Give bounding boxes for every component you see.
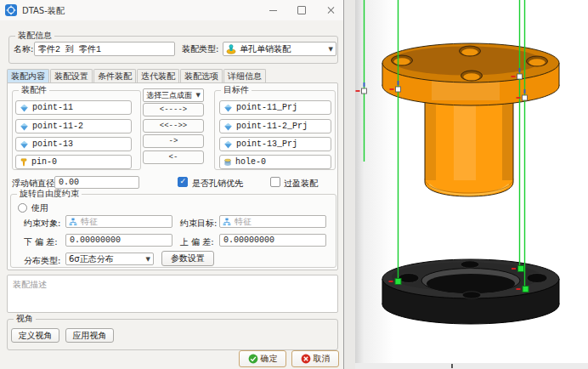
tab-detail-info[interactable]: 详细信息: [223, 69, 266, 83]
lower-deviation-label: 下 偏 差:: [24, 236, 58, 248]
list-item[interactable]: pin-0: [15, 155, 132, 169]
distribution-type-select[interactable]: 6σ正态分布 ▼: [65, 253, 154, 265]
parameter-settings-button[interactable]: 参数设置: [161, 251, 214, 266]
maximize-icon: [297, 6, 306, 14]
flange-hole: [460, 46, 481, 56]
3d-scene-canvas[interactable]: [355, 0, 588, 363]
constraint-target-label: 约束目标:: [180, 218, 217, 230]
list-item[interactable]: point-11: [15, 100, 132, 115]
map-all-button[interactable]: <---->: [143, 103, 204, 116]
ring-hole: [527, 274, 547, 283]
tab-assembly-settings[interactable]: 装配设置: [50, 69, 93, 83]
distribution-type-value: 6σ正态分布: [69, 253, 114, 265]
apply-view-button[interactable]: 应用视角: [65, 328, 114, 343]
strip-tick-mark: [451, 364, 453, 368]
maximize-button[interactable]: [289, 0, 314, 20]
ring-hole: [461, 261, 479, 268]
viewport-bottom-strip: [355, 363, 588, 369]
constraint-object-input[interactable]: 特征: [65, 215, 172, 228]
interference-fit-label: 过盈装配: [284, 178, 318, 190]
ok-button[interactable]: 确定: [239, 350, 286, 367]
tab-iterative-assembly[interactable]: 迭代装配: [137, 69, 179, 83]
feature-tree-icon: [69, 218, 77, 226]
target-parts-group-label: 目标件: [221, 85, 252, 95]
ring-hole: [399, 274, 419, 283]
check-circle-icon: [248, 354, 258, 364]
surface-mode-select[interactable]: 选择三点成面 ▼: [143, 88, 204, 102]
surface-mode-value: 选择三点成面: [146, 90, 192, 101]
chevron-down-icon: ▼: [329, 46, 333, 53]
lower-deviation-input[interactable]: [65, 234, 172, 247]
flange-hole: [527, 56, 548, 66]
move-left-button[interactable]: <-: [143, 150, 204, 164]
point-marker-icon: [223, 104, 233, 112]
chevron-down-icon: ▼: [146, 256, 150, 263]
flange-hole: [392, 55, 413, 65]
point-marker-icon: [223, 122, 233, 131]
name-input[interactable]: [34, 42, 175, 56]
chevron-down-icon: ▼: [196, 92, 201, 99]
hole-icon: [223, 158, 232, 167]
pin-diameter-input[interactable]: [54, 176, 139, 189]
window-title: DTAS-装配: [22, 5, 65, 17]
black-ring-part[interactable]: [382, 259, 559, 324]
assembly-info-group-label: 装配信息: [15, 31, 54, 41]
list-item[interactable]: point-13_Prj: [219, 137, 331, 151]
point-marker-icon: [20, 122, 29, 131]
list-item[interactable]: hole-0: [219, 155, 331, 169]
feature-marker[interactable]: [356, 82, 367, 94]
assembly-type-label: 装配类型:: [182, 43, 218, 55]
hole-pin-priority-checkbox[interactable]: [178, 177, 188, 187]
minimize-button[interactable]: [260, 0, 286, 20]
interference-fit-checkbox[interactable]: [270, 177, 280, 187]
point-marker-icon: [20, 140, 29, 149]
point-marker-icon: [223, 140, 233, 149]
feature-tree-icon: [223, 218, 231, 226]
list-item[interactable]: point-11_Prj: [219, 100, 331, 115]
tab-assembly-content[interactable]: 装配内容: [7, 69, 49, 83]
distribution-type-label: 分布类型:: [24, 255, 60, 267]
assembly-type-value: 单孔单销装配: [240, 43, 291, 55]
unmap-all-button[interactable]: <<-->>: [143, 119, 204, 133]
use-radio-label: 使用: [31, 202, 48, 214]
pin-icon: [20, 158, 28, 167]
upper-deviation-input[interactable]: [219, 234, 326, 247]
minimize-icon: [269, 10, 277, 11]
move-right-button[interactable]: ->: [143, 134, 204, 148]
assembly-description-placeholder: 装配描述: [13, 280, 47, 289]
compass-app-icon: [5, 4, 17, 16]
hole-pin-assembly-icon: [226, 44, 236, 54]
window-gutter: [344, 0, 355, 369]
assembly-parts-group-label: 装配件: [19, 85, 49, 95]
assembly-type-select[interactable]: 单孔单销装配 ▼: [223, 42, 336, 56]
close-button[interactable]: [318, 0, 343, 20]
tab-condition-assembly[interactable]: 条件装配: [93, 69, 136, 83]
constraint-object-placeholder: 特征: [81, 216, 98, 228]
tab-assembly-options[interactable]: 装配选项: [180, 69, 223, 83]
define-view-button[interactable]: 定义视角: [11, 328, 59, 343]
pin-diameter-label: 浮动销直径: [12, 178, 54, 190]
cancel-button[interactable]: 取消: [291, 350, 339, 367]
constraint-target-input[interactable]: 特征: [219, 215, 326, 228]
list-item[interactable]: point-11-2: [15, 119, 132, 133]
title-bar[interactable]: DTAS-装配: [0, 0, 343, 20]
constraint-target-placeholder: 特征: [235, 216, 252, 228]
list-item[interactable]: point-11-2_Prj: [219, 119, 331, 133]
orange-flange[interactable]: [382, 43, 559, 105]
x-circle-icon: [301, 354, 311, 364]
app-root: { "window": { "title": "DTAS-装配" }, "ass…: [0, 0, 588, 369]
hole-pin-priority-label: 是否孔销优先: [192, 178, 243, 190]
flange-hole: [461, 71, 483, 81]
constraint-object-label: 约束对象:: [24, 218, 60, 230]
3d-viewport[interactable]: [355, 0, 588, 363]
list-item[interactable]: point-13: [15, 137, 132, 151]
use-radio[interactable]: [18, 203, 27, 213]
view-group-label: 视角: [14, 314, 36, 324]
assembly-description-textarea[interactable]: 装配描述: [7, 275, 338, 313]
ring-hole: [462, 292, 481, 298]
point-marker-icon: [20, 104, 29, 112]
name-label: 名称:: [14, 43, 33, 55]
upper-deviation-label: 上 偏 差:: [180, 236, 214, 248]
rotation-constraint-group-label: 旋转自由度约束: [17, 189, 82, 199]
ring-center-hole: [421, 269, 520, 294]
